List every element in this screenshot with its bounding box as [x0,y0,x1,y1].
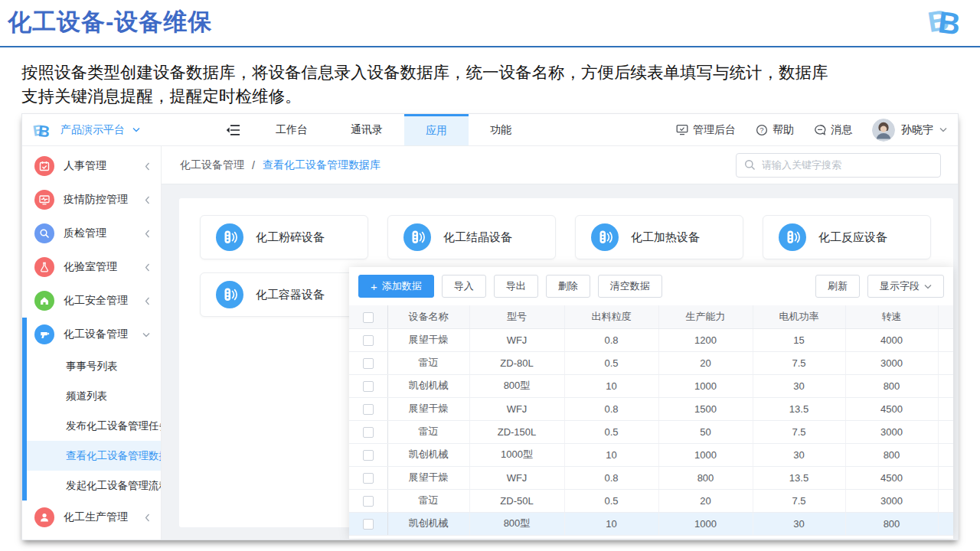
sidebar-subitem-2[interactable]: 频道列表 [22,381,161,411]
nav-item-3[interactable]: 应用 [404,114,469,145]
cell: 800 [845,443,938,466]
row-checkbox[interactable] [363,473,374,484]
refresh-button[interactable]: 刷新 [815,275,860,298]
cell: WFJ [469,397,564,420]
search-input[interactable] [762,159,933,171]
column-filler [938,305,953,328]
column-header-6[interactable]: 转速 [845,305,938,328]
category-card-label: 化工加热设备 [631,230,700,245]
add-data-button[interactable]: + 添加数据 [358,275,434,298]
category-card-2[interactable]: 化工结晶设备 [387,215,556,259]
table-body: 展望干燥WFJ0.81200154000雷迈ZD-80L0.5207.53000… [349,328,953,535]
table-row-1[interactable]: 展望干燥WFJ0.81200154000 [349,328,953,351]
table-row-2[interactable]: 雷迈ZD-80L0.5207.53000 [349,351,953,374]
cell: 1500 [658,397,753,420]
sidebar-item-7[interactable]: 化工生产管理 [22,500,161,534]
header-action-monitor[interactable]: 管理后台 [676,123,736,137]
table-row-3[interactable]: 凯创机械800型10100030800 [349,374,953,397]
row-checkbox[interactable] [363,404,374,415]
sidebar-item-3[interactable]: 质检管理 [22,217,161,250]
sidebar-subitem-5[interactable]: 发起化工设备管理流程 [22,471,161,500]
menu-fold-icon[interactable] [226,114,240,145]
column-header-2[interactable]: 型号 [469,305,564,328]
cell: 10 [564,443,658,466]
breadcrumb-parent[interactable]: 化工设备管理 [180,158,244,172]
breadcrumb-current[interactable]: 查看化工设备管理数据库 [263,158,381,172]
header-action-label: 帮助 [773,123,794,137]
delete-button[interactable]: 删除 [546,275,590,298]
column-header-3[interactable]: 出料粒度 [564,305,658,328]
row-checkbox[interactable] [363,381,374,392]
brand-selector[interactable]: B B 产品演示平台 [31,114,140,145]
column-header-5[interactable]: 电机功率 [753,305,845,328]
row-checkbox[interactable] [363,519,374,530]
sidebar-item-label: 质检管理 [64,227,106,240]
sidebar-item-2[interactable]: 疫情防控管理 [22,183,161,217]
select-all-checkbox[interactable] [363,312,374,323]
import-button[interactable]: 导入 [442,275,486,298]
sidebar-subitem-3[interactable]: 发布化工设备管理任务 [22,411,161,441]
chevron-left-icon [145,196,150,204]
cell: 13.5 [753,466,845,489]
header-action-help[interactable]: ? 帮助 [756,123,794,137]
cell-filler [938,466,953,489]
category-card-3[interactable]: 化工加热设备 [575,215,743,259]
row-checkbox[interactable] [363,427,374,438]
nav-item-2[interactable]: 通讯录 [329,114,404,145]
table-row-5[interactable]: 雷迈ZD-150L0.5507.53000 [349,420,953,443]
table-row-8[interactable]: 雷迈ZD-50L0.5207.53000 [349,489,953,512]
sidebar-item-label: 疫情防控管理 [64,193,128,207]
sidebar-item-label: 化工设备管理 [64,328,128,341]
cell: 雷迈 [387,420,469,443]
cell: 7.5 [753,420,845,443]
cell: 雷迈 [387,351,469,374]
database-table-panel: + 添加数据 导入 导出 删除 清空数据 刷新 显示字段 [349,267,953,539]
cell: 0.8 [564,397,658,420]
export-button[interactable]: 导出 [494,275,538,298]
table-row-7[interactable]: 展望干燥WFJ0.880013.54500 [349,466,953,489]
sidebar-item-5[interactable]: 化工安全管理 [22,284,161,318]
row-checkbox[interactable] [363,496,374,507]
cell-filler [938,443,953,466]
row-checkbox[interactable] [363,450,374,461]
table-row-9[interactable]: 凯创机械800型10100030800 [349,512,953,535]
sidebar-subitem-4[interactable]: 查看化工设备管理数据库 [22,441,161,471]
display-fields-label: 显示字段 [880,279,920,293]
row-checkbox[interactable] [363,335,374,346]
user-menu[interactable]: 孙晓宇 [872,119,947,142]
message-icon [814,124,826,136]
header-action-message[interactable]: 消息 [814,123,852,137]
add-data-label: 添加数据 [382,279,422,293]
cell: 4000 [845,328,938,351]
device-broadcast-icon [591,223,619,251]
column-header-4[interactable]: 生产能力 [658,305,753,328]
display-fields-button[interactable]: 显示字段 [867,275,944,298]
table-row-6[interactable]: 凯创机械1000型10100030800 [349,443,953,466]
category-card-4[interactable]: 化工反应设备 [763,215,931,259]
sidebar-menu: 人事管理 疫情防控管理 质检管理 化验室管理 化工安全管理 化工设备管理 事事号… [22,146,162,540]
slide-header: 化工设备-设备维保 B B [0,0,980,47]
sidebar-item-label: 化工安全管理 [64,294,128,308]
nav-item-4[interactable]: 功能 [469,114,533,145]
row-checkbox[interactable] [363,358,374,369]
category-card-5[interactable]: 化工容器设备 [200,272,368,317]
search-box[interactable] [736,153,941,178]
table-row-4[interactable]: 展望干燥WFJ0.8150013.54500 [349,397,953,420]
cell-filler [938,512,953,535]
epidemic-monitor-icon [34,190,54,210]
cell-filler [938,420,953,443]
cell-filler [938,397,953,420]
drill-icon [34,324,54,344]
cell-filler [938,374,953,397]
category-card-1[interactable]: 化工粉碎设备 [200,215,368,259]
chevron-left-icon [145,162,150,171]
sidebar-item-4[interactable]: 化验室管理 [22,250,161,284]
clear-data-button[interactable]: 清空数据 [598,275,662,298]
cell: 1000 [658,443,753,466]
nav-item-1[interactable]: 工作台 [254,114,329,145]
column-header-1[interactable]: 设备名称 [387,305,469,328]
avatar [872,119,895,142]
sidebar-item-6[interactable]: 化工设备管理 [22,318,161,351]
sidebar-item-1[interactable]: 人事管理 [22,149,161,183]
sidebar-subitem-1[interactable]: 事事号列表 [22,351,161,381]
